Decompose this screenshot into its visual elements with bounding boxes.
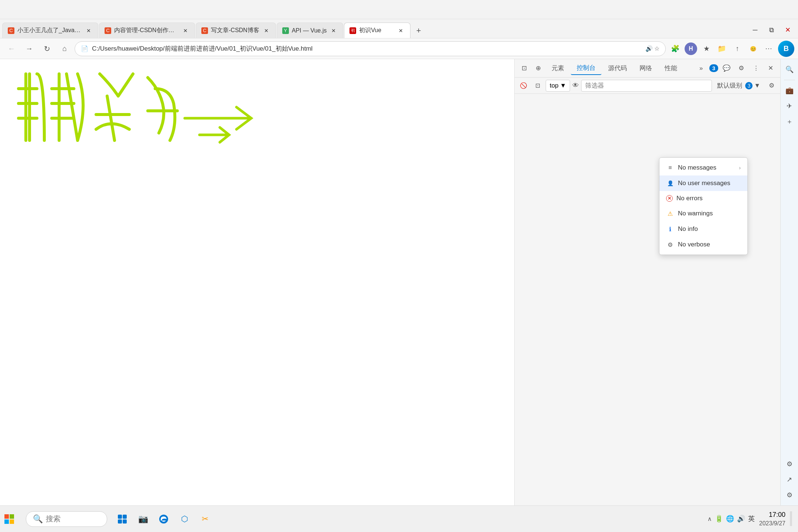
filter-item-verbose[interactable]: ⚙ No verbose xyxy=(659,237,747,252)
taskbar-search-input[interactable] xyxy=(46,515,98,523)
taskbar-clock[interactable]: 17:00 2023/9/27 xyxy=(759,510,785,528)
tab-performance[interactable]: 性能 xyxy=(659,62,683,75)
sidebar-add-button[interactable]: ＋ xyxy=(783,115,796,128)
tab-2[interactable]: C 内容管理-CSDN创作中... ✕ xyxy=(99,23,195,38)
new-tab-button[interactable]: + xyxy=(411,23,426,38)
taskbar-pinned-apps: 📷 ⬡ ✂ xyxy=(113,510,214,528)
sidebar-feedback-icon[interactable]: ⚙ xyxy=(783,488,796,502)
context-chevron: ▼ xyxy=(560,82,566,89)
level-chevron: ▼ xyxy=(754,82,760,89)
svg-rect-0 xyxy=(4,514,9,519)
devtools-feedback-icon[interactable]: 💬 xyxy=(720,62,733,75)
messages-icon: ≡ xyxy=(666,164,674,172)
filter-toggle-button[interactable]: ⊡ xyxy=(532,80,543,92)
console-toolbar: 🚫 ⊡ top ▼ 👁 默认级别 3 ▼ ⚙ xyxy=(515,78,780,94)
minimize-button[interactable]: ─ xyxy=(747,22,763,38)
filter-item-info[interactable]: ℹ No info xyxy=(659,221,747,237)
address-bar[interactable]: 📄 C:/Users/huawei/Desktop/前端前进前进前进/Vue/0… xyxy=(75,41,666,56)
taskbar-edge-icon[interactable] xyxy=(154,510,173,528)
devtools-tab-icons: » 3 💬 ⚙ ⋮ ✕ xyxy=(695,62,777,75)
devtools-toggle-icon[interactable]: ⊡ xyxy=(518,62,531,75)
tab-network[interactable]: 网络 xyxy=(634,62,658,75)
tab-elements[interactable]: 元素 xyxy=(546,62,570,75)
settings-button[interactable]: ⋯ xyxy=(761,41,776,56)
filter-item-errors[interactable]: ✕ No errors xyxy=(659,191,747,206)
tab-4[interactable]: Y API — Vue.js ✕ xyxy=(277,23,344,38)
level-selector[interactable]: 默认级别 3 ▼ xyxy=(714,80,763,91)
eye-icon[interactable]: 👁 xyxy=(572,82,579,89)
svg-rect-1 xyxy=(10,514,14,519)
read-aloud-icon[interactable]: 🔊 xyxy=(645,45,653,52)
profile-button[interactable]: H xyxy=(683,41,698,56)
svg-point-8 xyxy=(159,515,168,524)
sidebar-share-icon[interactable]: ↗ xyxy=(783,473,796,486)
feedback-button[interactable]: 😊 xyxy=(746,41,760,56)
sidebar-settings-icon[interactable]: ⚙ xyxy=(783,457,796,471)
taskbar-scissors-icon[interactable]: ✂ xyxy=(196,510,214,528)
forward-button[interactable]: → xyxy=(21,41,37,57)
right-sidebar: 🔍 💼 ✈ ＋ ⚙ ↗ ⚙ xyxy=(780,59,798,505)
tab-3[interactable]: C 写文章-CSDN博客 ✕ xyxy=(196,23,276,38)
context-selector[interactable]: top ▼ xyxy=(546,80,570,92)
user-messages-icon: 👤 xyxy=(666,179,674,187)
tray-arrow[interactable]: ∧ xyxy=(707,515,712,522)
filter-input[interactable] xyxy=(581,80,712,92)
close-button[interactable]: ✕ xyxy=(780,22,796,38)
console-settings-button[interactable]: ⚙ xyxy=(765,80,777,92)
tab-5[interactable]: 初 初识Vue ✕ xyxy=(344,23,410,38)
filter-item-messages[interactable]: ≡ No messages › xyxy=(659,160,747,175)
tray-sound[interactable]: 🔊 xyxy=(737,515,745,523)
favorites-icon[interactable]: ☆ xyxy=(654,45,659,52)
sidebar-briefcase-button[interactable]: 💼 xyxy=(783,84,796,97)
clock-date: 2023/9/27 xyxy=(759,519,785,528)
browser-window: C 小王小王几点了_JavaSc... ✕ C 内容管理-CSDN创作中... … xyxy=(0,0,798,505)
devtools-settings-icon[interactable]: ⚙ xyxy=(734,62,748,75)
taskbar-search-bar[interactable]: 🔍 xyxy=(26,511,107,527)
svg-rect-5 xyxy=(123,515,127,519)
avatar: H xyxy=(685,42,697,55)
tab-favicon-5: 初 xyxy=(349,27,356,34)
restore-button[interactable]: ⧉ xyxy=(763,22,780,38)
sidebar-copilot-button[interactable]: ✈ xyxy=(783,99,796,113)
level-label: 默认级别 xyxy=(717,81,742,90)
collections-button[interactable]: 📁 xyxy=(715,41,729,56)
tab-close-5[interactable]: ✕ xyxy=(397,27,405,35)
filter-item-user-messages[interactable]: 👤 No user messages xyxy=(659,175,747,191)
tab-1[interactable]: C 小王小王几点了_JavaSc... ✕ xyxy=(2,23,98,38)
show-desktop-button[interactable] xyxy=(790,511,792,526)
more-tabs-button[interactable]: » xyxy=(695,62,708,75)
tab-sources[interactable]: 源代码 xyxy=(602,62,633,75)
share-button[interactable]: ↑ xyxy=(730,41,745,56)
extensions-icon[interactable]: 🧩 xyxy=(668,41,683,56)
devtools-more-options[interactable]: ⋮ xyxy=(749,62,763,75)
tab-close-3[interactable]: ✕ xyxy=(262,27,270,35)
tab-console[interactable]: 控制台 xyxy=(571,61,601,75)
refresh-button[interactable]: ↻ xyxy=(39,41,55,57)
tab-close-2[interactable]: ✕ xyxy=(181,27,190,35)
bing-button[interactable]: B xyxy=(778,41,794,57)
clear-console-button[interactable]: 🚫 xyxy=(518,80,529,92)
tab-title-4: API — Vue.js xyxy=(292,27,327,34)
lock-icon: 📄 xyxy=(81,45,88,52)
home-button[interactable]: ⌂ xyxy=(57,41,72,57)
taskbar-vscode-icon[interactable]: ⬡ xyxy=(175,510,194,528)
tab-close-1[interactable]: ✕ xyxy=(85,27,93,35)
favorites-star-button[interactable]: ★ xyxy=(699,41,714,56)
devtools-close-button[interactable]: ✕ xyxy=(764,62,777,75)
search-icon: 🔍 xyxy=(33,514,43,524)
filter-item-warnings[interactable]: ⚠ No warnings xyxy=(659,206,747,221)
page-content xyxy=(0,59,514,505)
sidebar-search-button[interactable]: 🔍 xyxy=(783,63,796,76)
back-button[interactable]: ← xyxy=(4,41,19,57)
taskbar-camera-icon[interactable]: 📷 xyxy=(134,510,152,528)
filter-label-info: No info xyxy=(678,225,698,233)
start-button[interactable] xyxy=(0,510,18,528)
tab-favicon-1: C xyxy=(8,27,14,34)
devtools-panel: ⊡ ⊕ 元素 控制台 源代码 网络 性能 » 3 💬 ⚙ ⋮ ✕ 🚫 xyxy=(514,59,780,505)
filter-dropdown: ≡ No messages › 👤 No user messages ✕ No … xyxy=(659,157,748,255)
tab-close-4[interactable]: ✕ xyxy=(330,27,338,35)
tray-battery: 🔋 xyxy=(715,515,723,523)
taskbar-multitask-icon[interactable] xyxy=(113,510,132,528)
inspect-icon[interactable]: ⊕ xyxy=(532,62,545,75)
tab-favicon-3: C xyxy=(201,27,208,34)
